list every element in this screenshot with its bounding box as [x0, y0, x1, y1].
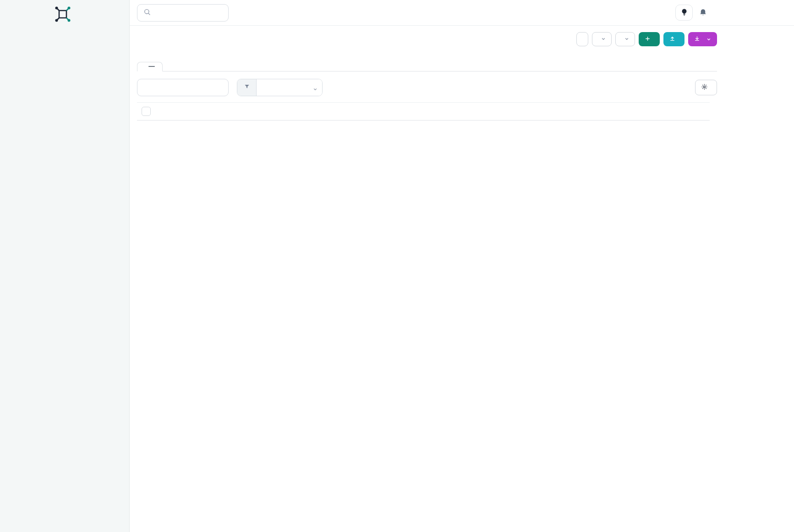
chevron-down-icon — [313, 85, 318, 93]
configure-table-button[interactable] — [695, 80, 717, 95]
upload-icon — [669, 36, 675, 43]
results-count-badge — [148, 66, 155, 67]
prefixes-table — [137, 102, 710, 121]
plus-icon — [645, 36, 651, 43]
column-header-description[interactable] — [612, 103, 676, 121]
max-length-dropdown[interactable] — [615, 32, 635, 46]
table-header-row — [137, 103, 710, 121]
chevron-down-icon — [601, 36, 606, 43]
download-icon — [694, 36, 700, 43]
gear-icon — [701, 83, 708, 92]
tab-filters[interactable] — [163, 63, 177, 71]
select-all-checkbox[interactable] — [142, 107, 151, 116]
notifications-button[interactable] — [699, 8, 707, 18]
column-header-prefix[interactable] — [153, 103, 226, 121]
filter-button[interactable] — [237, 79, 257, 96]
lightbulb-icon — [680, 8, 688, 17]
brand — [0, 6, 129, 24]
export-dropdown[interactable] — [688, 32, 717, 46]
column-header-tenant[interactable] — [372, 103, 438, 121]
chevron-down-icon — [706, 36, 711, 43]
column-header-role[interactable] — [553, 103, 612, 121]
max-depth-dropdown[interactable] — [592, 32, 612, 46]
content — [130, 26, 717, 121]
netbox-logo-icon — [55, 6, 71, 24]
chevron-down-icon — [624, 36, 629, 43]
sidebar — [0, 0, 130, 532]
tab-results[interactable] — [137, 62, 163, 71]
column-header-site[interactable] — [438, 103, 497, 121]
bell-icon — [699, 8, 707, 18]
topbar — [130, 0, 794, 26]
column-header-status[interactable] — [226, 103, 268, 121]
theme-toggle-button[interactable] — [675, 5, 693, 21]
global-search[interactable] — [137, 4, 229, 22]
column-header-vlan[interactable] — [497, 103, 553, 121]
saved-filter-select[interactable] — [257, 79, 322, 96]
funnel-icon — [244, 83, 250, 92]
hide-depth-indicators-button[interactable] — [576, 32, 588, 46]
column-header-vrf[interactable] — [301, 103, 372, 121]
main-area — [130, 0, 794, 532]
import-button[interactable] — [663, 32, 684, 46]
column-header-children[interactable] — [268, 103, 301, 121]
add-button[interactable] — [639, 32, 660, 46]
search-icon — [143, 8, 151, 17]
quick-search-input[interactable] — [137, 79, 229, 96]
global-search-input[interactable] — [156, 9, 215, 16]
saved-filter-group — [237, 79, 323, 96]
tab-bar — [137, 53, 717, 71]
